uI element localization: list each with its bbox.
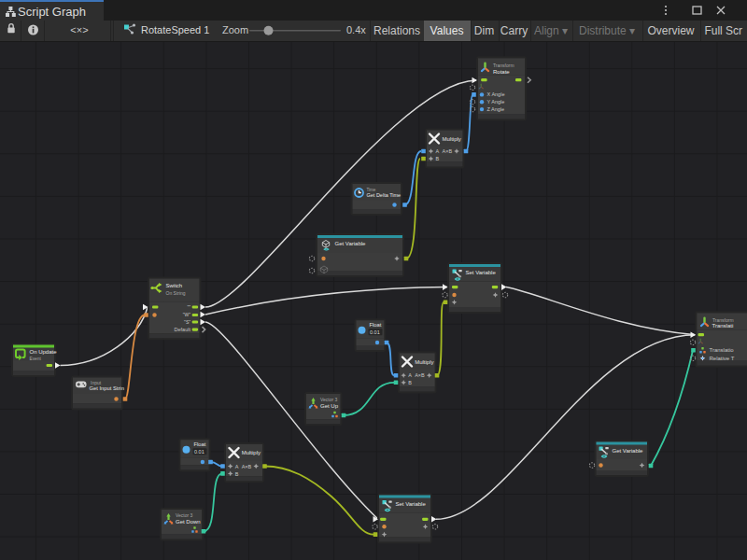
svg-text:Input: Input: [91, 380, 102, 385]
svg-text:A×B: A×B: [443, 148, 453, 154]
svg-text:"": "": [187, 304, 190, 310]
svg-text:Get Variable: Get Variable: [613, 448, 644, 454]
svg-text:Transform: Transform: [712, 317, 734, 323]
svg-text:Get Variable: Get Variable: [335, 241, 367, 246]
svg-text:Multiply: Multiply: [443, 136, 461, 142]
svg-text:Set Variable: Set Variable: [466, 270, 497, 275]
svg-text:Get Down: Get Down: [176, 519, 201, 525]
svg-text:Zoom: Zoom: [222, 24, 248, 35]
svg-text:RotateSpeed 1: RotateSpeed 1: [141, 24, 209, 35]
svg-text:<×>: <×>: [70, 24, 88, 35]
svg-text:B: B: [235, 471, 239, 477]
svg-text:Multiply: Multiply: [242, 450, 261, 455]
svg-text:Get Input Strin: Get Input Strin: [90, 385, 124, 391]
svg-text:Multiply: Multiply: [415, 359, 433, 365]
svg-text:Switch: Switch: [166, 283, 183, 288]
svg-text:A: A: [235, 464, 239, 469]
svg-text:A×B: A×B: [242, 464, 252, 469]
svg-text:Translati: Translati: [712, 323, 734, 329]
svg-text:Time: Time: [367, 188, 376, 192]
svg-text:"S": "S": [184, 319, 190, 325]
svg-text:Event: Event: [30, 357, 42, 361]
svg-text:A×B: A×B: [415, 372, 425, 378]
svg-text:B: B: [408, 380, 412, 385]
svg-text:On String: On String: [166, 290, 186, 296]
svg-text:Transform: Transform: [493, 63, 514, 68]
svg-text:Vector 3: Vector 3: [320, 397, 338, 402]
svg-text:Get Up: Get Up: [320, 403, 339, 409]
svg-text:Y Angle: Y Angle: [487, 99, 505, 105]
svg-text:Relative T: Relative T: [710, 356, 735, 361]
svg-text:Z Angle: Z Angle: [487, 106, 505, 112]
svg-text:On Update: On Update: [30, 349, 58, 355]
svg-text:Vector 3: Vector 3: [176, 512, 193, 518]
svg-text:Rotate: Rotate: [493, 69, 510, 75]
svg-text:0.01: 0.01: [194, 449, 204, 455]
svg-text:Get Delta Time: Get Delta Time: [367, 192, 402, 198]
svg-text:0.4x: 0.4x: [346, 24, 366, 35]
svg-text:Float: Float: [194, 441, 206, 447]
svg-text:A: A: [436, 148, 440, 154]
svg-text:B: B: [436, 156, 440, 161]
svg-text:A: A: [408, 372, 412, 378]
svg-text:Default: Default: [175, 327, 191, 332]
svg-text:"W": "W": [183, 312, 190, 317]
svg-text:X Angle: X Angle: [487, 91, 505, 97]
svg-text:Float: Float: [370, 322, 382, 328]
svg-text:Set Variable: Set Variable: [396, 501, 427, 507]
svg-text:0.01: 0.01: [370, 329, 380, 335]
svg-text:Translatio: Translatio: [710, 347, 735, 353]
